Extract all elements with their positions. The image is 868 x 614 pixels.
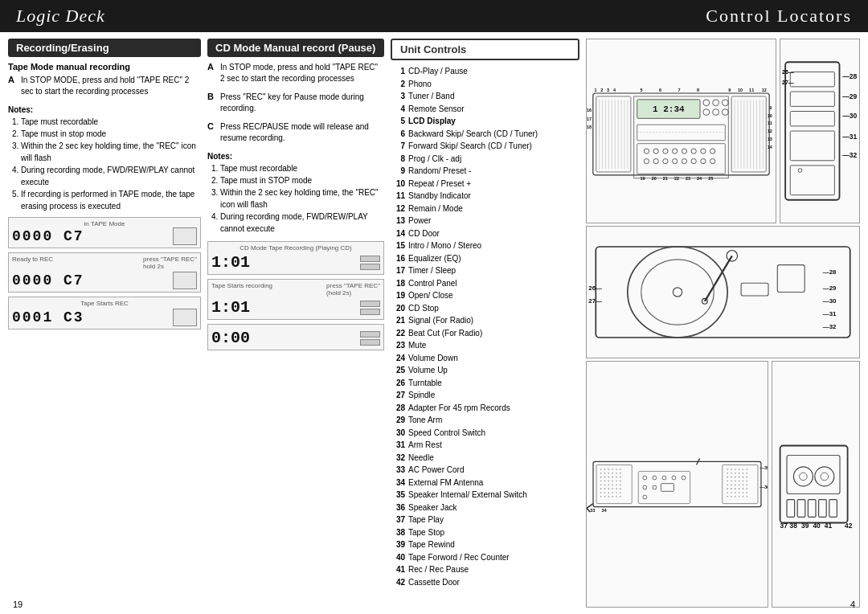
svg-text:1: 1 xyxy=(594,88,596,92)
recording-section: Recording/Erasing Tape Mode manual recor… xyxy=(8,39,201,608)
level-bar-bot-2 xyxy=(360,309,380,315)
unit-item-text: Power xyxy=(408,215,431,227)
unit-list-item: 39Tape Rewind xyxy=(391,538,579,551)
svg-point-93 xyxy=(641,260,714,325)
unit-list-item: 34External FM Antenna xyxy=(391,477,579,489)
unit-controls-title: Unit Controls xyxy=(391,39,579,60)
svg-point-150 xyxy=(620,488,621,489)
unit-item-num: 40 xyxy=(391,551,405,564)
svg-point-122 xyxy=(604,485,606,486)
svg-text:—32: —32 xyxy=(842,151,857,159)
unit-list-item: 8Prog / Clk - adj xyxy=(391,153,579,166)
svg-point-124 xyxy=(600,488,602,489)
svg-point-202 xyxy=(739,481,740,482)
level-bar-bot xyxy=(360,264,380,270)
diag-label-3: Tape Starts REC xyxy=(12,300,197,307)
cd-diag-label-1: CD Mode Tape Recording (Playing CD) xyxy=(211,244,380,252)
unit-item-text: CD-Play / Pause xyxy=(408,65,468,78)
svg-point-194 xyxy=(743,469,744,470)
unit-item-num: 13 xyxy=(391,215,405,227)
svg-text:5: 5 xyxy=(641,88,643,92)
svg-point-199 xyxy=(739,477,740,478)
svg-point-135 xyxy=(620,469,621,470)
unit-item-num: 26 xyxy=(391,377,405,390)
svg-point-192 xyxy=(735,496,736,497)
unit-list-item: 31Arm Rest xyxy=(391,439,579,452)
svg-text:23: 23 xyxy=(686,176,690,181)
unit-item-num: 25 xyxy=(391,364,405,377)
svg-text:37: 37 xyxy=(780,522,788,530)
svg-point-179 xyxy=(731,481,732,482)
cd-section: CD Mode Manual record (Pause) A In STOP … xyxy=(207,39,384,608)
unit-item-text: Needle xyxy=(408,452,434,465)
note-item: Within the 2 sec key holding time, the "… xyxy=(21,140,201,164)
svg-point-114 xyxy=(608,473,610,474)
note-item: During recording mode, FWD/REW/PLAY cann… xyxy=(21,164,201,188)
diag-ready-rec: Ready to REC press "TAPE REC"hold 2s 000… xyxy=(8,252,201,293)
cd-lcd-3: 0:00 xyxy=(211,329,250,347)
cd-level-bars-3 xyxy=(360,331,380,346)
svg-text:—35: —35 xyxy=(760,465,768,470)
unit-item-num: 6 xyxy=(391,128,405,141)
svg-point-116 xyxy=(604,477,606,478)
cd-step-a-text: In STOP mode, press and hold "TAPE REC" … xyxy=(220,62,384,84)
unit-item-text: Tape Play xyxy=(408,514,444,526)
unit-list-item: 13Power xyxy=(391,215,579,227)
svg-point-140 xyxy=(616,477,617,478)
svg-rect-224 xyxy=(787,456,840,494)
svg-rect-229 xyxy=(787,500,795,518)
unit-item-num: 15 xyxy=(391,239,405,252)
svg-point-188 xyxy=(731,492,732,493)
unit-item-num: 21 xyxy=(391,314,405,327)
unit-item-num: 9 xyxy=(391,165,405,178)
app-title-left: Logic Deck xyxy=(16,6,105,27)
cd-diag-1: CD Mode Tape Recording (Playing CD) 1:01 xyxy=(207,241,384,275)
svg-point-132 xyxy=(608,496,610,497)
unit-item-num: 18 xyxy=(391,277,405,290)
svg-point-49 xyxy=(701,158,706,163)
svg-point-45 xyxy=(663,158,668,163)
svg-point-182 xyxy=(731,485,732,486)
svg-point-146 xyxy=(616,485,617,486)
unit-item-num: 7 xyxy=(391,140,405,153)
unit-list-item: 40Tape Forword / Rec Counter xyxy=(391,551,579,564)
turntable-left: 26— 27— —28 —29 —30 —31 —32 xyxy=(587,227,859,358)
unit-item-num: 3 xyxy=(391,90,405,103)
unit-item-num: 12 xyxy=(391,203,405,215)
unit-item-text: Spindle xyxy=(408,389,435,402)
cd-level-bars-1 xyxy=(360,256,380,270)
svg-text:—28: —28 xyxy=(842,72,857,80)
unit-item-text: Standby Indicator xyxy=(408,190,471,203)
svg-text:8: 8 xyxy=(697,88,699,92)
unit-item-num: 19 xyxy=(391,289,405,302)
unit-list-item: 22Beat Cut (For Radio) xyxy=(391,327,579,340)
cd-step-c-text: Press REC/PAUSE mode will release and re… xyxy=(220,121,384,144)
cd-note-item: Tape must in STOP mode xyxy=(220,174,384,186)
svg-point-151 xyxy=(612,492,613,493)
svg-point-209 xyxy=(743,488,744,489)
cd-step-a: A In STOP mode, press and hold "TAPE REC… xyxy=(207,62,384,88)
lcd-display-1: 0000 C7 xyxy=(12,228,84,244)
svg-point-210 xyxy=(746,488,747,489)
svg-point-162 xyxy=(682,476,686,480)
unit-item-text: Tape Stop xyxy=(408,526,444,539)
unit-item-text: Prog / Clk - adj xyxy=(408,153,461,166)
svg-text:9: 9 xyxy=(769,105,772,110)
control-locators-diagrams: 1 2:34 xyxy=(586,39,860,608)
svg-point-40 xyxy=(691,149,696,154)
svg-rect-98 xyxy=(741,283,768,296)
level-bar-top xyxy=(360,256,380,262)
svg-rect-232 xyxy=(819,500,827,518)
svg-rect-231 xyxy=(808,500,816,518)
unit-item-num: 36 xyxy=(391,501,405,514)
unit-item-text: Phono xyxy=(408,78,432,91)
cd-title: CD Mode Manual record (Pause) xyxy=(207,39,384,57)
svg-point-148 xyxy=(612,488,613,489)
unit-list-item: 32Needle xyxy=(391,452,579,465)
unit-item-text: Control Panel xyxy=(408,277,457,290)
svg-point-186 xyxy=(735,488,736,489)
unit-list-item: 3Tuner / Band xyxy=(391,90,579,103)
unit-list-item: 9Random/ Preset - xyxy=(391,165,579,178)
svg-point-204 xyxy=(746,481,747,482)
notes-title: Notes: xyxy=(8,105,201,114)
